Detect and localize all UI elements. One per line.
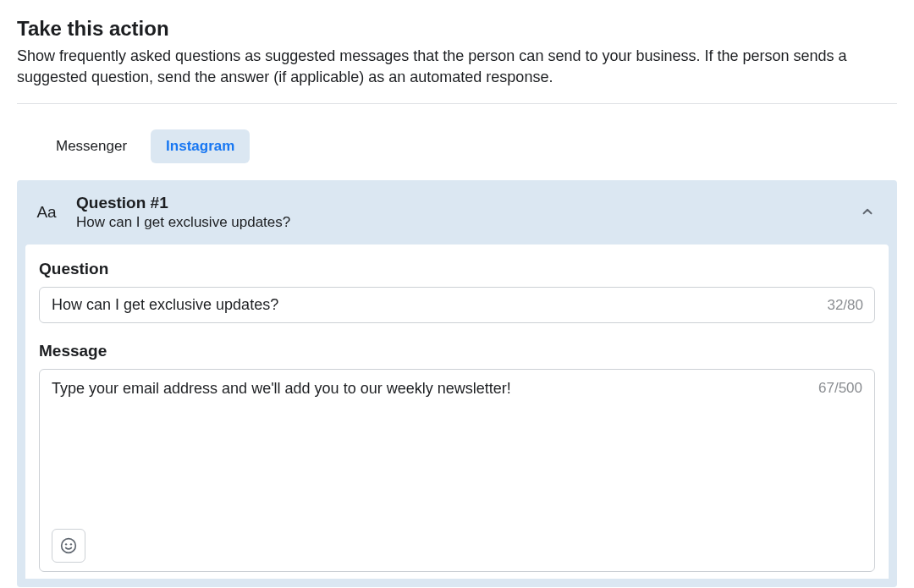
page-description: Show frequently asked questions as sugge… bbox=[17, 46, 897, 88]
message-label: Message bbox=[39, 342, 875, 360]
tab-messenger[interactable]: Messenger bbox=[41, 129, 142, 163]
tab-instagram[interactable]: Instagram bbox=[151, 129, 250, 163]
question-panel: Aa Question #1 How can I get exclusive u… bbox=[17, 180, 897, 587]
chevron-up-icon bbox=[860, 204, 875, 219]
panel-header-text: Question #1 How can I get exclusive upda… bbox=[76, 194, 838, 231]
text-format-icon: Aa bbox=[34, 203, 59, 222]
question-preview: How can I get exclusive updates? bbox=[76, 214, 838, 231]
question-number: Question #1 bbox=[76, 194, 838, 212]
question-char-count: 32/80 bbox=[827, 297, 863, 314]
question-input[interactable] bbox=[39, 287, 875, 323]
question-label: Question bbox=[39, 260, 875, 278]
svg-point-0 bbox=[62, 539, 76, 553]
tabs: Messenger Instagram bbox=[17, 129, 897, 163]
divider bbox=[17, 103, 897, 104]
smiley-icon bbox=[60, 537, 77, 554]
svg-point-1 bbox=[65, 544, 67, 546]
message-input[interactable]: Type your email address and we'll add yo… bbox=[52, 380, 795, 529]
message-char-count: 67/500 bbox=[818, 380, 862, 397]
question-input-wrap: 32/80 bbox=[39, 287, 875, 323]
svg-point-2 bbox=[70, 544, 72, 546]
collapse-button[interactable] bbox=[855, 199, 880, 227]
panel-body: Question 32/80 Message Type your email a… bbox=[25, 245, 889, 579]
page-title: Take this action bbox=[17, 17, 897, 41]
message-input-wrap: Type your email address and we'll add yo… bbox=[39, 369, 875, 572]
panel-header[interactable]: Aa Question #1 How can I get exclusive u… bbox=[17, 180, 897, 245]
emoji-button[interactable] bbox=[52, 529, 85, 563]
